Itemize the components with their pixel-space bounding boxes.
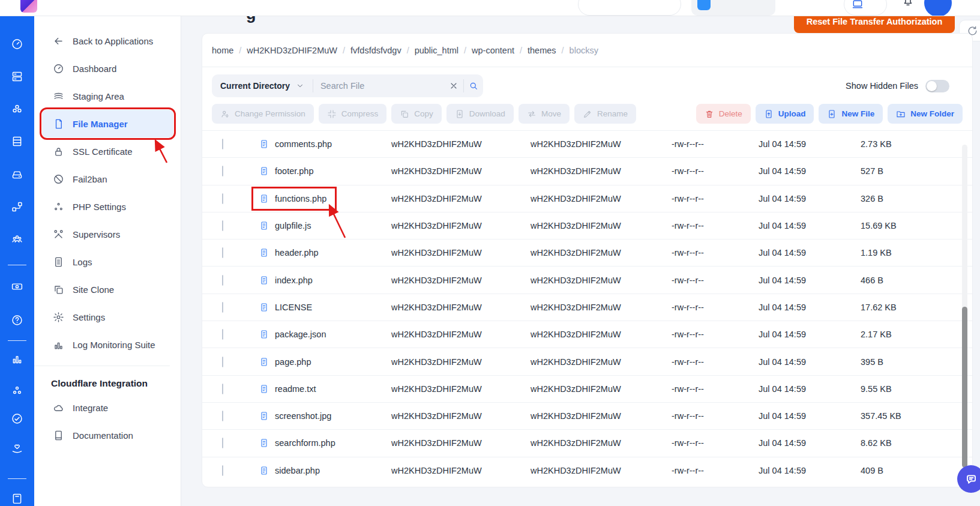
sidebar-item-settings[interactable]: Settings [42, 303, 173, 331]
rail-dashboard-gauge-icon[interactable] [11, 38, 23, 50]
sidebar-item-supervisors[interactable]: Supervisors [42, 220, 173, 248]
show-hidden-files-toggle[interactable] [925, 80, 949, 92]
rail-help-icon[interactable] [11, 314, 23, 327]
move-button[interactable]: Move [519, 104, 570, 124]
file-permissions: -rw-r--r-- [672, 248, 759, 258]
sidebar-item-file-manager[interactable]: File Manager [42, 110, 173, 137]
row-checkbox[interactable] [222, 139, 223, 149]
rail-servers-icon[interactable] [11, 70, 23, 83]
search-submit-button[interactable] [464, 74, 483, 97]
sidebar-item-documentation[interactable]: Documentation [42, 421, 173, 449]
sidebar-item-logs[interactable]: Logs [42, 248, 173, 276]
breadcrumb-themes[interactable]: themes [528, 46, 556, 55]
rail-status-check-icon[interactable] [11, 412, 23, 425]
file-name-cell[interactable]: readme.txt [253, 379, 325, 399]
copy-button[interactable]: Copy [391, 104, 442, 124]
table-row[interactable]: gulpfile.js wH2KHD3zDHIF2MuW wH2KHD3zDHI… [202, 212, 972, 239]
rail-card-icon[interactable] [11, 492, 23, 505]
file-name-cell[interactable]: LICENSE [253, 297, 320, 318]
sidebar-item-fail2ban[interactable]: Fail2ban [42, 165, 173, 193]
sidebar-item-php-settings[interactable]: PHP Settings [42, 193, 173, 220]
support-chat-button[interactable] [957, 465, 980, 493]
rail-server-stack-icon[interactable] [11, 135, 23, 148]
row-checkbox[interactable] [222, 438, 223, 448]
clear-search-button[interactable] [444, 74, 463, 97]
file-name-cell[interactable]: screenshot.jpg [253, 406, 340, 426]
row-checkbox[interactable] [222, 193, 223, 204]
row-checkbox[interactable] [222, 275, 223, 286]
delete-button[interactable]: Delete [696, 104, 751, 124]
compress-button[interactable]: Compress [319, 104, 387, 124]
sidebar-item-integrate[interactable]: Integrate [42, 394, 173, 421]
table-row[interactable]: footer.php wH2KHD3zDHIF2MuW wH2KHD3zDHIF… [202, 157, 972, 184]
user-avatar[interactable] [924, 0, 952, 16]
upload-button[interactable]: Upload [756, 104, 814, 124]
rail-network-icon[interactable] [11, 200, 23, 213]
table-row[interactable]: header.php wH2KHD3zDHIF2MuW wH2KHD3zDHIF… [202, 239, 972, 266]
file-name-cell[interactable]: sidebar.php [253, 460, 328, 481]
breadcrumb-public-html[interactable]: public_html [415, 46, 458, 55]
back-to-applications-link[interactable]: Back to Applications [42, 27, 173, 55]
file-name-cell[interactable]: gulpfile.js [253, 215, 319, 236]
download-icon [455, 109, 464, 119]
change-permission-button[interactable]: Change Permission [212, 104, 314, 124]
breadcrumb-app[interactable]: fvfdsfdsfvdgv [350, 46, 401, 55]
table-row[interactable]: sidebar.php wH2KHD3zDHIF2MuW wH2KHD3zDHI… [202, 457, 972, 484]
rename-button[interactable]: Rename [574, 104, 636, 124]
rail-integrations-icon[interactable] [11, 384, 23, 397]
file-name-cell[interactable]: comments.php [253, 134, 340, 154]
search-file-input[interactable] [313, 81, 444, 91]
row-checkbox[interactable] [222, 384, 223, 394]
sidebar-item-site-clone[interactable]: Site Clone [42, 276, 173, 303]
row-checkbox[interactable] [222, 220, 223, 231]
row-checkbox[interactable] [222, 411, 223, 421]
table-row[interactable]: screenshot.jpg wH2KHD3zDHIF2MuW wH2KHD3z… [202, 402, 972, 429]
row-checkbox[interactable] [222, 247, 223, 258]
file-owner: wH2KHD3zDHIF2MuW [391, 303, 531, 312]
breadcrumb-user[interactable]: wH2KHD3zDHIF2MuW [247, 46, 337, 55]
row-checkbox[interactable] [222, 166, 223, 176]
row-checkbox[interactable] [222, 302, 223, 313]
sidebar-item-ssl-certificate[interactable]: SSL Certificate [42, 137, 173, 165]
rail-teams-icon[interactable] [11, 233, 23, 245]
table-row[interactable]: readme.txt wH2KHD3zDHIF2MuW wH2KHD3zDHIF… [202, 375, 972, 402]
file-name-cell[interactable]: index.php [253, 270, 321, 291]
table-row[interactable]: package.json wH2KHD3zDHIF2MuW wH2KHD3zDH… [202, 321, 972, 348]
file-name-cell[interactable]: package.json [253, 324, 334, 345]
file-name-cell[interactable]: functions.php [253, 188, 335, 209]
breadcrumb-home[interactable]: home [212, 46, 233, 55]
rail-storage-drive-icon[interactable] [11, 168, 23, 181]
download-button[interactable]: Download [446, 104, 514, 124]
table-row[interactable]: comments.php wH2KHD3zDHIF2MuW wH2KHD3zDH… [202, 130, 972, 157]
table-row[interactable]: page.php wH2KHD3zDHIF2MuW wH2KHD3zDHIF2M… [202, 348, 972, 375]
device-monitor-button[interactable] [844, 0, 887, 16]
app-switcher-dropdown[interactable] [691, 0, 775, 16]
global-search-input[interactable] [578, 0, 681, 16]
sidebar-item-staging-area[interactable]: Staging Area [42, 82, 173, 110]
new-file-button[interactable]: New File [819, 104, 883, 124]
rail-clusters-icon[interactable] [11, 103, 23, 115]
table-row[interactable]: LICENSE wH2KHD3zDHIF2MuW wH2KHD3zDHIF2Mu… [202, 294, 972, 321]
table-row[interactable]: index.php wH2KHD3zDHIF2MuW wH2KHD3zDHIF2… [202, 266, 972, 293]
table-row[interactable]: searchform.php wH2KHD3zDHIF2MuW wH2KHD3z… [202, 429, 972, 456]
reset-file-transfer-authorization-button[interactable]: Reset File Transfer Authorization [794, 16, 955, 33]
row-checkbox[interactable] [222, 329, 223, 340]
new-folder-button[interactable]: New Folder [888, 104, 963, 124]
search-scope-dropdown[interactable]: Current Directory [212, 81, 313, 91]
file-document-icon [259, 248, 269, 258]
file-name-cell[interactable]: searchform.php [253, 433, 344, 453]
scrollbar-thumb[interactable] [962, 307, 967, 468]
table-row[interactable]: functions.php wH2KHD3zDHIF2MuW wH2KHD3zD… [202, 185, 972, 212]
rail-monitoring-bars-icon[interactable] [11, 352, 23, 365]
file-name-cell[interactable]: page.php [253, 352, 319, 372]
file-name-cell[interactable]: header.php [253, 242, 327, 263]
notifications-bell-icon[interactable] [901, 0, 915, 7]
breadcrumb-wp-content[interactable]: wp-content [472, 46, 514, 55]
rail-care-hand-heart-icon[interactable] [11, 442, 23, 455]
file-name-cell[interactable]: footer.php [253, 161, 322, 181]
sidebar-item-dashboard[interactable]: Dashboard [42, 55, 173, 82]
rail-billing-icon[interactable] [11, 280, 23, 293]
row-checkbox[interactable] [222, 357, 223, 367]
row-checkbox[interactable] [222, 465, 223, 476]
sidebar-item-log-monitoring-suite[interactable]: Log Monitoring Suite [42, 331, 173, 358]
